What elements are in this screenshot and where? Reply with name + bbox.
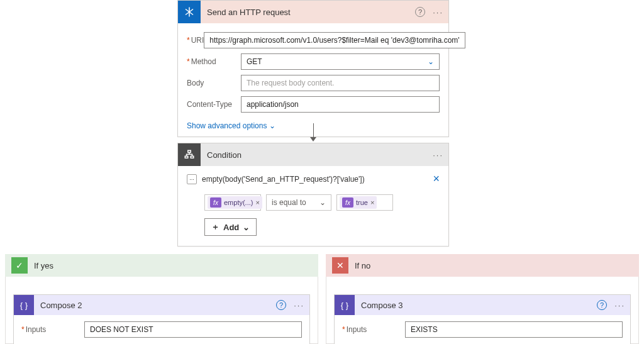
- expression-text: empty(body('Send_an_HTTP_request')?['val…: [202, 175, 365, 184]
- content-type-input[interactable]: application/json: [241, 96, 440, 113]
- expression-pill[interactable]: fx empty(...) ×: [208, 196, 262, 209]
- condition-left-input[interactable]: fx empty(...) ×: [204, 194, 261, 211]
- show-advanced-link[interactable]: Show advanced options ⌄: [187, 121, 275, 130]
- condition-header[interactable]: Condition ···: [178, 143, 448, 166]
- compose-header[interactable]: { } Compose 2 ? ···: [14, 295, 309, 315]
- inputs-input[interactable]: EXISTS: [405, 321, 623, 338]
- chevron-down-icon: ⌄: [428, 57, 434, 66]
- action-compose-3[interactable]: { } Compose 3 ? ··· Inputs EXISTS: [334, 294, 631, 344]
- close-icon[interactable]: ×: [433, 172, 440, 186]
- more-icon[interactable]: ···: [614, 301, 625, 310]
- content-type-label: Content-Type: [187, 100, 241, 109]
- fx-icon: fx: [342, 197, 353, 208]
- branch-no: ✕ If no { } Compose 3 ? ··· Inputs EXIST…: [326, 254, 639, 344]
- operator-select[interactable]: is equal to ⌄: [266, 194, 331, 211]
- more-icon[interactable]: ···: [433, 150, 443, 160]
- compose-title: Compose 3: [361, 301, 597, 310]
- action-header[interactable]: Send an HTTP request ? ···: [178, 1, 448, 23]
- inputs-label: Inputs: [21, 325, 84, 334]
- uri-label: URI: [187, 36, 204, 45]
- chevron-down-icon: ⌄: [269, 121, 275, 130]
- help-icon[interactable]: ?: [415, 7, 425, 17]
- action-condition[interactable]: Condition ··· ··· empty(body('Send_an_HT…: [177, 143, 449, 247]
- branch-yes-header: ✓ If yes: [5, 254, 318, 277]
- condition-right-input[interactable]: fx true ×: [336, 194, 393, 211]
- action-compose-2[interactable]: { } Compose 2 ? ··· Inputs DOES NOT EXIS…: [13, 294, 310, 344]
- more-icon[interactable]: ···: [294, 301, 304, 310]
- condition-body: ··· empty(body('Send_an_HTTP_request')?[…: [178, 166, 448, 246]
- inputs-input[interactable]: DOES NOT EXIST: [84, 321, 302, 338]
- body-label: Body: [187, 79, 241, 87]
- action-body: URI https://graph.microsoft.com/v1.0/use…: [178, 23, 448, 136]
- branch-no-title: If no: [355, 261, 370, 270]
- svg-rect-1: [185, 156, 188, 158]
- branch-no-header: ✕ If no: [326, 254, 639, 277]
- compose-title: Compose 2: [40, 301, 276, 310]
- remove-icon[interactable]: ×: [370, 199, 374, 206]
- expression-pill[interactable]: fx true ×: [340, 196, 377, 209]
- condition-rule-row: fx empty(...) × is equal to ⌄ fx true ×: [204, 194, 440, 211]
- compose-header[interactable]: { } Compose 3 ? ···: [335, 295, 630, 315]
- branch-icon: [178, 143, 201, 166]
- x-icon: ✕: [332, 257, 348, 274]
- help-icon[interactable]: ?: [597, 300, 607, 310]
- branch-yes-title: If yes: [34, 261, 53, 270]
- action-http-request[interactable]: Send an HTTP request ? ··· URI https://g…: [177, 0, 449, 137]
- check-icon: ✓: [11, 257, 28, 274]
- method-select[interactable]: GET ⌄: [241, 53, 440, 70]
- plus-icon: ＋: [211, 221, 219, 233]
- braces-icon: { }: [335, 295, 355, 315]
- body-input[interactable]: The request body content.: [241, 75, 440, 91]
- branch-yes: ✓ If yes { } Compose 2 ? ··· Inputs DOES…: [5, 254, 318, 344]
- condition-title: Condition: [207, 150, 433, 160]
- snowflake-icon: [178, 1, 201, 23]
- more-icon[interactable]: ···: [433, 8, 443, 17]
- fx-icon: fx: [210, 197, 221, 208]
- method-label: Method: [187, 57, 241, 66]
- braces-icon: { }: [14, 295, 34, 315]
- remove-icon[interactable]: ×: [255, 199, 259, 206]
- chevron-down-icon: ⌄: [243, 223, 250, 232]
- help-icon[interactable]: ?: [276, 300, 286, 310]
- svg-rect-2: [191, 156, 194, 158]
- add-row-button[interactable]: ＋ Add ⌄: [204, 218, 257, 236]
- uri-input[interactable]: https://graph.microsoft.com/v1.0/users?$…: [204, 32, 465, 48]
- inputs-label: Inputs: [342, 325, 405, 334]
- action-title: Send an HTTP request: [207, 8, 415, 17]
- expression-peek-icon: ···: [187, 174, 197, 184]
- svg-rect-0: [188, 150, 191, 152]
- chevron-down-icon: ⌄: [319, 198, 326, 207]
